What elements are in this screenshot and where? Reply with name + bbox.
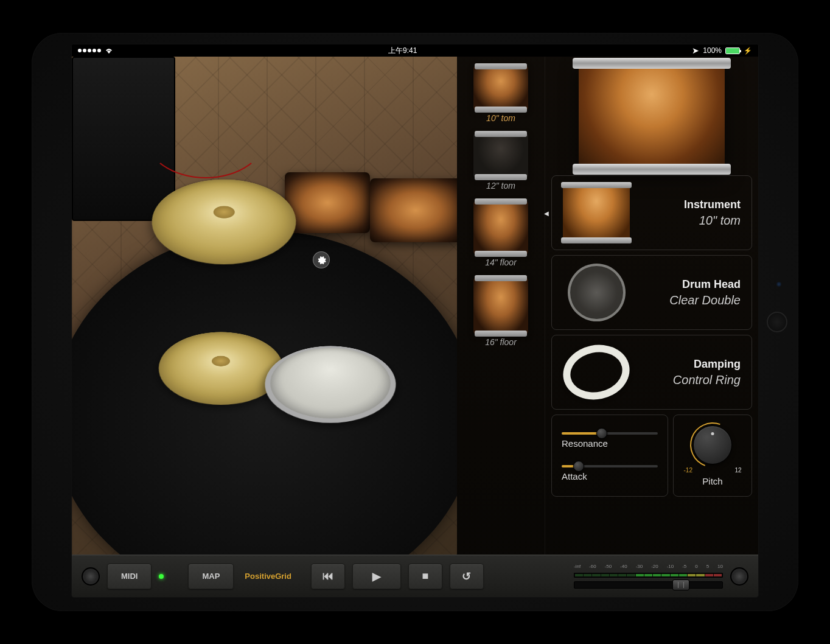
- param-value: Control Ring: [638, 373, 741, 387]
- tom-drum-1[interactable]: [285, 172, 370, 233]
- tom-thumb-icon: [473, 133, 528, 178]
- signal-strength-icon: [78, 49, 101, 52]
- tom-item-label: 14" floor: [462, 257, 540, 267]
- drum-head-thumb-icon: [568, 264, 626, 321]
- output-jack-icon: [730, 567, 748, 586]
- pitch-label: Pitch: [702, 476, 722, 486]
- param-title: Drum Head: [634, 278, 741, 291]
- tom-item-14[interactable]: 14" floor: [462, 198, 540, 270]
- prev-button[interactable]: ⏮: [311, 564, 345, 589]
- midi-button[interactable]: MIDI: [107, 564, 152, 589]
- resonance-slider[interactable]: [562, 432, 658, 435]
- ipad-frame: 上午9:41 ➤ 100% ⚡: [32, 33, 798, 611]
- input-jack-icon: [82, 567, 100, 586]
- wifi-icon: [105, 47, 113, 54]
- tom-item-label: 12" tom: [462, 181, 540, 191]
- meter-scale: -inf-60-50-40-30-20-10-50510: [574, 564, 723, 569]
- map-button[interactable]: MAP: [188, 564, 234, 589]
- param-damping[interactable]: Damping Control Ring: [551, 335, 752, 410]
- midi-led-icon: [159, 574, 164, 579]
- param-drum-head[interactable]: Drum Head Clear Double: [551, 255, 752, 330]
- cable-red: [145, 93, 267, 178]
- instrument-preview: [551, 57, 752, 175]
- floor-tom-preview-icon: [579, 61, 725, 171]
- gear-icon: [316, 255, 326, 265]
- tom-item-10[interactable]: 10" tom: [462, 63, 540, 125]
- level-meter: [574, 573, 723, 578]
- resonance-attack-card: Resonance Attack: [551, 415, 668, 497]
- tom-thumb-icon: [473, 65, 528, 111]
- status-time: 上午9:41: [388, 46, 417, 56]
- brand-label: PositiveGrid: [245, 572, 291, 581]
- param-instrument[interactable]: Instrument 10" tom: [551, 175, 752, 250]
- master-volume-slider[interactable]: [574, 581, 723, 589]
- output-meter: -inf-60-50-40-30-20-10-50510: [574, 564, 723, 589]
- location-icon: ➤: [692, 46, 699, 55]
- tom-selector-list: 10" tom 12" tom 14" floor 16" floor: [457, 57, 545, 555]
- tom-thumb-icon: [473, 277, 528, 335]
- camera-dot: [776, 282, 781, 287]
- tom-item-label: 16" floor: [462, 337, 540, 347]
- attack-slider[interactable]: [562, 465, 658, 467]
- pitch-arc-icon: [683, 415, 742, 474]
- drum-kit-view[interactable]: [72, 57, 457, 555]
- pitch-min: -12: [684, 467, 692, 474]
- loop-button[interactable]: ↺: [450, 564, 484, 589]
- charging-icon: ⚡: [744, 47, 752, 55]
- slider-label: Resonance: [562, 438, 658, 449]
- instrument-thumb-icon: [563, 184, 630, 242]
- pitch-max: 12: [734, 467, 741, 474]
- instrument-detail: Instrument 10" tom Drum Head Clear Doubl…: [545, 57, 758, 555]
- tom-drum-2[interactable]: [370, 178, 457, 242]
- param-title: Instrument: [638, 198, 741, 211]
- tom-item-16[interactable]: 16" floor: [462, 275, 540, 349]
- pitch-card: -12 12 Pitch: [673, 415, 752, 497]
- home-button[interactable]: [767, 312, 787, 332]
- param-value: Clear Double: [634, 293, 741, 307]
- play-icon: ▶: [372, 570, 381, 583]
- battery-percent: 100%: [703, 46, 722, 55]
- battery-icon: [725, 47, 740, 54]
- param-title: Damping: [638, 358, 741, 371]
- damping-ring-icon: [563, 343, 630, 401]
- play-button[interactable]: ▶: [352, 564, 401, 589]
- drum-settings-button[interactable]: [313, 251, 330, 268]
- loop-icon: ↺: [462, 570, 471, 583]
- stop-button[interactable]: ■: [408, 564, 442, 589]
- tom-thumb-icon: [473, 200, 528, 255]
- tom-item-label: 10" tom: [462, 113, 540, 123]
- tom-item-12[interactable]: 12" tom: [462, 130, 540, 193]
- instrument-panel: 10" tom 12" tom 14" floor 16" floor: [457, 57, 758, 555]
- screen: 上午9:41 ➤ 100% ⚡: [71, 44, 759, 598]
- skip-back-icon: ⏮: [323, 570, 333, 583]
- param-value: 10" tom: [638, 214, 741, 228]
- slider-label: Attack: [562, 471, 658, 481]
- stop-icon: ■: [422, 570, 428, 583]
- status-bar: 上午9:41 ➤ 100% ⚡: [72, 44, 758, 57]
- transport-toolbar: MIDI MAP PositiveGrid ⏮ ▶ ■ ↺ -inf-60-50…: [72, 555, 758, 597]
